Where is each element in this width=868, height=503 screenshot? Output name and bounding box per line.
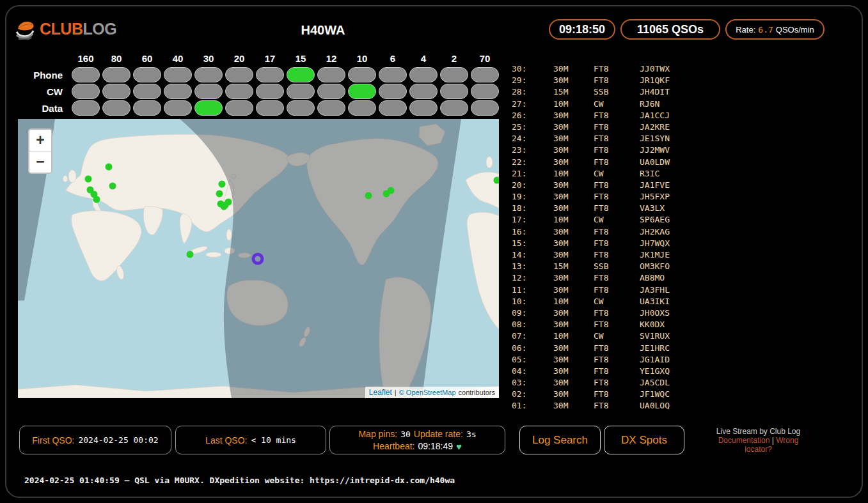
qso-n: 29: — [512, 75, 553, 86]
qso-n: 04: — [512, 366, 553, 377]
qso-mode: FT8 — [594, 272, 640, 284]
band-slot-cw-4 — [409, 84, 438, 99]
qso-map-pin[interactable] — [93, 196, 100, 203]
qso-mode: FT8 — [594, 180, 640, 191]
qso-mode: FT8 — [594, 284, 640, 296]
qso-band: 30M — [553, 400, 594, 412]
zoom-in-button[interactable]: + — [29, 130, 51, 151]
qso-n: 12: — [512, 272, 553, 284]
qso-row: 10:10MCWUA3IKI — [512, 296, 670, 307]
qso-band: 30M — [553, 354, 594, 366]
qso-call: RJ6N — [640, 98, 659, 110]
documentation-link[interactable]: Documentation — [718, 436, 770, 445]
qso-band: 10M — [553, 168, 594, 180]
qso-mode: FT8 — [594, 144, 640, 156]
header-stats: 09:18:50 11065 QSOs Rate: 6.7 QSOs/min — [549, 19, 825, 40]
band-header-160: 160 — [72, 53, 100, 64]
qso-call: JE1SYN — [640, 133, 670, 144]
qso-band: 30M — [553, 121, 594, 133]
qso-n: 01: — [512, 400, 553, 412]
qso-band: 30M — [553, 307, 594, 319]
qso-call: JK1MJE — [640, 249, 670, 261]
heartbeat-heart-icon: ♥ — [456, 440, 462, 453]
qso-band: 30M — [553, 133, 594, 144]
livestream-credit: Live Stream by Club Log — [716, 427, 800, 436]
livestream-credit-block: Live Stream by Club Log Documentation | … — [709, 427, 808, 454]
qso-call: JE1HRC — [640, 343, 670, 354]
leaflet-map[interactable]: + − Leaflet | © OpenStreetMap contributo… — [18, 119, 499, 398]
qso-mode: FT8 — [594, 377, 640, 389]
qso-call: JJ0TWX — [640, 63, 670, 75]
qso-row: 01:30MFT8UA0LOQ — [512, 400, 670, 412]
qso-call: YE1GXQ — [640, 366, 670, 377]
qso-mode: FT8 — [594, 249, 640, 261]
qso-mode: FT8 — [594, 319, 640, 330]
qso-map-pin[interactable] — [109, 183, 116, 190]
qso-band: 30M — [553, 377, 594, 389]
qso-mode: SSB — [594, 86, 640, 98]
qso-map-pin[interactable] — [106, 164, 113, 171]
qso-mode: FT8 — [594, 366, 640, 377]
matrix-row-phone: Phone — [0, 66, 499, 83]
qso-row: 18:30MFT8VA3LX — [512, 203, 670, 214]
qso-band: 30M — [553, 389, 594, 400]
zoom-out-button[interactable]: − — [29, 151, 51, 173]
qso-n: 02: — [512, 389, 553, 400]
qso-row: 15:30MFT8JH7WQX — [512, 238, 670, 249]
qso-call: R3IC — [640, 168, 659, 180]
qso-row: 05:30MFT8JG1AID — [512, 354, 670, 366]
logo-log: LOG — [83, 20, 116, 38]
rate-value: 6.7 — [758, 25, 773, 35]
qso-band: 30M — [553, 249, 594, 261]
clublog-logo: CLUBLOG — [14, 18, 116, 40]
band-slot-cw-30 — [194, 84, 223, 99]
qso-map-pin[interactable] — [85, 176, 92, 183]
band-slot-data-12 — [317, 100, 345, 116]
qso-mode: FT8 — [594, 203, 640, 214]
first-qso-box: First QSO: 2024-02-25 00:02 — [19, 426, 171, 454]
pill-grid-data — [72, 100, 499, 116]
qso-n: 28: — [512, 86, 553, 98]
band-slot-phone-2 — [440, 67, 468, 82]
mode-label-data: Data — [0, 103, 72, 114]
qso-call: JH7WQX — [640, 238, 670, 249]
qso-call: AB8MO — [640, 272, 665, 284]
qso-map-pin[interactable] — [365, 192, 372, 199]
qso-mode: FT8 — [594, 389, 640, 400]
qso-call: SP6AEG — [640, 214, 670, 226]
qso-mode: CW — [594, 214, 640, 226]
rate-unit: QSOs/min — [776, 25, 814, 35]
qso-mode: FT8 — [594, 191, 640, 203]
qso-map-pin[interactable] — [494, 177, 500, 184]
qso-row: 11:30MFT8JA3FHL — [512, 284, 670, 296]
qso-mode: SSB — [594, 261, 640, 272]
qso-map-pin[interactable] — [219, 181, 226, 188]
band-header-6: 6 — [379, 53, 407, 64]
first-qso-label: First QSO: — [32, 435, 74, 445]
rate-box: Rate: 6.7 QSOs/min — [725, 19, 825, 40]
update-rate-value: 3s — [466, 428, 477, 440]
qso-mode: CW — [594, 98, 640, 110]
qso-band: 30M — [553, 180, 594, 191]
band-slot-phone-60 — [133, 67, 161, 82]
band-slot-data-6 — [379, 100, 407, 116]
band-header-60: 60 — [133, 53, 161, 64]
log-search-button[interactable]: Log Search — [519, 426, 601, 454]
qso-row: 16:30MFT8JH2KAG — [512, 226, 670, 238]
news-ticker: 2024-02-25 01:40:59 — QSL via M0URX. DXp… — [24, 476, 455, 485]
dx-spots-button[interactable]: DX Spots — [604, 426, 684, 454]
openstreetmap-link[interactable]: © OpenStreetMap — [399, 389, 456, 396]
qso-map-pin[interactable] — [388, 187, 395, 194]
qso-map-pin[interactable] — [221, 203, 228, 210]
dxpedition-station-marker[interactable] — [252, 253, 264, 265]
band-slot-data-20 — [225, 100, 253, 116]
qso-call: JA2KRE — [640, 121, 670, 133]
band-slot-phone-6 — [379, 67, 407, 82]
qso-call: JH0OXS — [640, 307, 670, 319]
band-slot-cw-80 — [102, 84, 130, 99]
qso-map-pin[interactable] — [187, 251, 194, 258]
qso-map-pin[interactable] — [216, 190, 223, 197]
qso-band: 30M — [553, 110, 594, 121]
leaflet-link[interactable]: Leaflet — [369, 388, 392, 397]
band-slot-data-60 — [133, 100, 161, 116]
